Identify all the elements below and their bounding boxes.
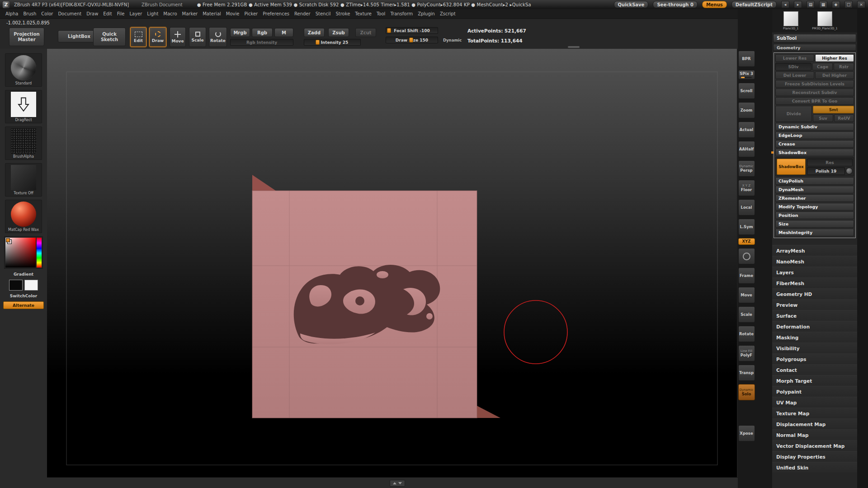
current-stroke[interactable]: DragRect [5, 90, 42, 123]
scroll-up-icon[interactable] [393, 482, 396, 484]
menu-item[interactable]: Render [294, 11, 311, 16]
menu-item[interactable]: Transform [390, 11, 413, 16]
cage-button[interactable]: Cage [812, 63, 833, 70]
suv-button[interactable]: Suv [813, 114, 833, 122]
color-picker[interactable] [4, 236, 43, 269]
geometry-section[interactable]: Size [775, 220, 854, 228]
geometry-section[interactable]: Position [775, 211, 854, 219]
persp-button[interactable]: Dynamic Persp [738, 160, 755, 177]
menu-item[interactable]: Zplugin [418, 11, 435, 16]
left-tray-icon[interactable]: ▤ [807, 1, 815, 8]
geometry-section[interactable]: MeshIntegrity [775, 229, 854, 236]
palette-header[interactable]: Preview [772, 299, 857, 310]
geometry-section[interactable]: EdgeLoop [775, 131, 854, 139]
lock-icon[interactable]: ◈ [832, 1, 840, 8]
del-higher-button[interactable]: Del Higher [815, 71, 854, 79]
menu-item[interactable]: Color [41, 11, 53, 16]
palette-header[interactable]: Geometry HD [772, 288, 857, 299]
next-doc-icon[interactable]: ▸ [794, 1, 802, 8]
menu-item[interactable]: Marker [182, 11, 198, 16]
current-texture[interactable]: Texture Off [5, 163, 42, 197]
move-button[interactable]: Move [738, 287, 755, 303]
palette-header[interactable]: Displacement Map [772, 418, 857, 429]
gyro-icon[interactable] [738, 248, 755, 264]
geometry-section[interactable]: ZRemesher [775, 194, 854, 202]
menu-item[interactable]: Edit [103, 11, 112, 16]
zoom-button[interactable]: Zoom [738, 102, 755, 118]
reuv-button[interactable]: ReUV [834, 114, 854, 122]
switchcolor-button[interactable]: SwitchColor [10, 294, 37, 298]
main-color-swatch[interactable] [9, 280, 23, 291]
current-alpha[interactable]: BrushAlpha [5, 127, 42, 160]
hue-strip[interactable] [37, 238, 42, 267]
menu-item[interactable]: Stroke [335, 11, 350, 16]
scale-button[interactable]: Scale [738, 306, 755, 323]
menu-item[interactable]: Light [147, 11, 158, 16]
scale-button[interactable]: Scale [189, 27, 206, 47]
focal-shift-slider[interactable]: Focal Shift -100 [386, 27, 438, 34]
menu-item[interactable]: Preferences [263, 11, 289, 16]
current-brush[interactable]: Standard [5, 53, 42, 87]
menu-item[interactable]: Material [203, 11, 221, 16]
bpr-button[interactable]: BPR [738, 51, 755, 67]
rgb-intensity-slider[interactable]: Rgb Intensity [230, 39, 293, 46]
move-button[interactable]: Move [170, 27, 186, 47]
rstr-button[interactable]: Rstr [834, 63, 854, 70]
prev-doc-icon[interactable]: ◂ [781, 1, 789, 8]
del-lower-button[interactable]: Del Lower [775, 71, 814, 79]
menu-item[interactable]: Document [58, 11, 81, 16]
canvas-scroll-widget[interactable] [390, 480, 405, 487]
draw-size-slider[interactable]: Draw Size 150 [386, 37, 438, 43]
tool-thumbnail-pm3d-plane3d[interactable]: PM3D_Plane3D_1 [812, 11, 837, 33]
menu-item[interactable]: Tool [377, 11, 385, 16]
palette-header[interactable]: Texture Map [772, 408, 857, 418]
convert-bpr-button[interactable]: Convert BPR To Geo [775, 97, 854, 105]
shadowbox-res-slider[interactable]: Res [807, 159, 853, 166]
menu-item[interactable]: Picker [244, 11, 258, 16]
menu-item[interactable]: Brush [23, 11, 36, 16]
palette-header[interactable]: Layers [772, 267, 857, 277]
polish-slider[interactable]: Polish 19 [807, 167, 845, 175]
geometry-section[interactable]: DynaMesh [775, 186, 854, 193]
freeze-subdivision-button[interactable]: Freeze SubDivision Levels [775, 80, 854, 88]
quicksave-button[interactable]: QuickSave [614, 1, 649, 8]
slider-nub[interactable] [409, 38, 413, 42]
palette-header[interactable]: FiberMesh [772, 277, 857, 288]
secondary-color-swatch[interactable] [24, 280, 38, 291]
reconstruct-subdiv-button[interactable]: Reconstruct Subdiv [775, 89, 854, 96]
gradient-toggle[interactable]: Gradient [14, 272, 33, 277]
menu-item[interactable]: Texture [355, 11, 372, 16]
subtool-header[interactable]: SubTool [773, 34, 856, 42]
menu-item[interactable]: Stencil [316, 11, 331, 16]
edit-button[interactable]: Edit [130, 27, 146, 47]
menu-item[interactable]: Layer [129, 11, 142, 16]
see-through-slider[interactable]: See-through 0 [653, 1, 697, 8]
geometry-section[interactable]: ClayPolish [775, 177, 854, 185]
tool-thumbnail-plane3d[interactable]: Plane3D_1 [783, 11, 798, 33]
menu-item[interactable]: Draw [86, 11, 98, 16]
palette-header[interactable]: Polypaint [772, 386, 857, 397]
rgb-button[interactable]: Rgb [252, 28, 273, 37]
zadd-button[interactable]: Zadd [304, 28, 325, 37]
default-zscript-button[interactable]: DefaultZScript [731, 1, 777, 8]
palette-header[interactable]: Surface [772, 310, 857, 321]
transp-button[interactable]: Transp [738, 365, 755, 381]
right-tray-icon[interactable]: ▦ [819, 1, 827, 8]
shadowbox-mesh[interactable] [252, 175, 500, 418]
smt-button[interactable]: Smt [813, 106, 854, 113]
geometry-section[interactable]: Dynamic Subdiv [775, 123, 854, 131]
geometry-header[interactable]: Geometry [773, 44, 856, 51]
palette-header[interactable]: Deformation [772, 321, 857, 332]
lower-res-button[interactable]: Lower Res [775, 54, 814, 62]
palette-header[interactable]: Contact [772, 364, 857, 375]
close-icon[interactable]: × [857, 1, 865, 8]
solo-button[interactable]: Dynamic Solo [738, 384, 755, 400]
shadowbox-section-header[interactable]: ShadowBox [775, 149, 854, 156]
palette-header[interactable]: Unified Skin [772, 462, 857, 473]
scroll-button[interactable]: Scroll [738, 83, 755, 99]
m-button[interactable]: M [274, 28, 293, 37]
scroll-down-icon[interactable] [398, 482, 402, 484]
dynamic-label[interactable]: Dynamic [443, 38, 462, 42]
divide-button[interactable]: Divide [775, 106, 812, 122]
shelf-resize-handle[interactable] [568, 46, 580, 48]
